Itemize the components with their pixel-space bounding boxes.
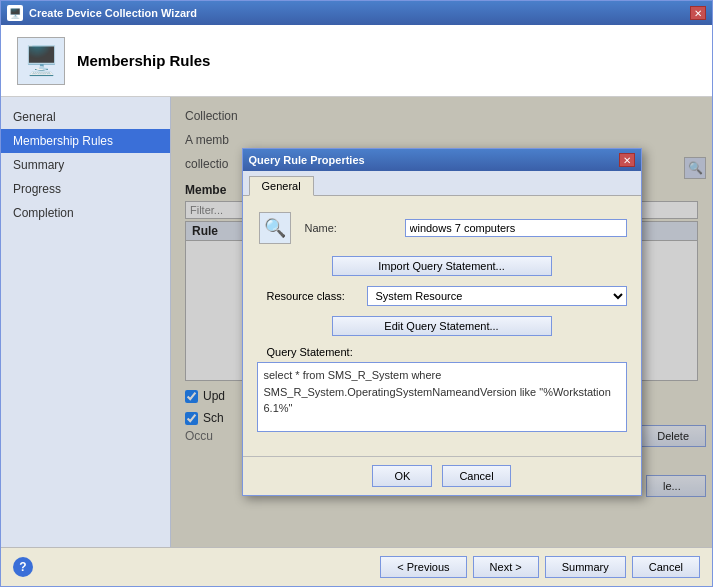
query-stmt-label: Query Statement: — [257, 346, 627, 358]
sidebar-item-completion[interactable]: Completion — [1, 201, 170, 225]
wizard-title: Create Device Collection Wizard — [29, 7, 197, 19]
resource-row: Resource class: System Resource — [257, 286, 627, 306]
modal-titlebar: Query Rule Properties ✕ — [243, 149, 641, 171]
titlebar-left: 🖥️ Create Device Collection Wizard — [7, 5, 197, 21]
footer-left: ? — [13, 557, 33, 577]
modal-body: 🔍 Name: Import Query Statement... Resour… — [243, 196, 641, 456]
previous-button[interactable]: < Previous — [380, 556, 466, 578]
modal-overlay: Query Rule Properties ✕ General 🔍 — [171, 97, 712, 547]
wizard-header: 🖥️ Membership Rules — [1, 25, 712, 97]
name-icon: 🔍 — [257, 210, 293, 246]
wizard-window: 🖥️ Create Device Collection Wizard ✕ 🖥️ … — [0, 0, 713, 587]
modal-close-button[interactable]: ✕ — [619, 153, 635, 167]
content-area: Collection A memb collectio Membe Rule U… — [171, 97, 712, 547]
modal-ok-button[interactable]: OK — [372, 465, 432, 487]
header-title: Membership Rules — [77, 52, 210, 69]
import-query-button[interactable]: Import Query Statement... — [332, 256, 552, 276]
wizard-titlebar: 🖥️ Create Device Collection Wizard ✕ — [1, 1, 712, 25]
edit-query-button[interactable]: Edit Query Statement... — [332, 316, 552, 336]
modal-cancel-button[interactable]: Cancel — [442, 465, 510, 487]
footer-right: < Previous Next > Summary Cancel — [380, 556, 700, 578]
name-icon-inner: 🔍 — [259, 212, 291, 244]
sidebar-item-summary[interactable]: Summary — [1, 153, 170, 177]
next-button[interactable]: Next > — [473, 556, 539, 578]
edit-btn-row: Edit Query Statement... — [257, 316, 627, 336]
wizard-close-button[interactable]: ✕ — [690, 6, 706, 20]
name-row: 🔍 Name: — [257, 210, 627, 246]
resource-class-label: Resource class: — [257, 290, 367, 302]
name-label: Name: — [305, 222, 405, 234]
sidebar: General Membership Rules Summary Progres… — [1, 97, 171, 547]
modal-footer: OK Cancel — [243, 456, 641, 495]
name-input[interactable] — [405, 219, 627, 237]
query-stmt-box: select * from SMS_R_System where SMS_R_S… — [257, 362, 627, 432]
sidebar-item-general[interactable]: General — [1, 105, 170, 129]
modal-tab-general[interactable]: General — [249, 176, 314, 196]
resource-select-wrap: System Resource — [367, 286, 627, 306]
summary-button[interactable]: Summary — [545, 556, 626, 578]
modal-tabs: General — [243, 171, 641, 196]
resource-class-select[interactable]: System Resource — [367, 286, 627, 306]
cancel-button[interactable]: Cancel — [632, 556, 700, 578]
wizard-footer: ? < Previous Next > Summary Cancel — [1, 547, 712, 586]
sidebar-item-membership-rules[interactable]: Membership Rules — [1, 129, 170, 153]
header-icon: 🖥️ — [17, 37, 65, 85]
import-btn-row: Import Query Statement... — [257, 256, 627, 276]
modal-window: Query Rule Properties ✕ General 🔍 — [242, 148, 642, 496]
help-icon[interactable]: ? — [13, 557, 33, 577]
sidebar-item-progress[interactable]: Progress — [1, 177, 170, 201]
modal-title: Query Rule Properties — [249, 154, 365, 166]
wizard-app-icon: 🖥️ — [7, 5, 23, 21]
wizard-main: General Membership Rules Summary Progres… — [1, 97, 712, 547]
